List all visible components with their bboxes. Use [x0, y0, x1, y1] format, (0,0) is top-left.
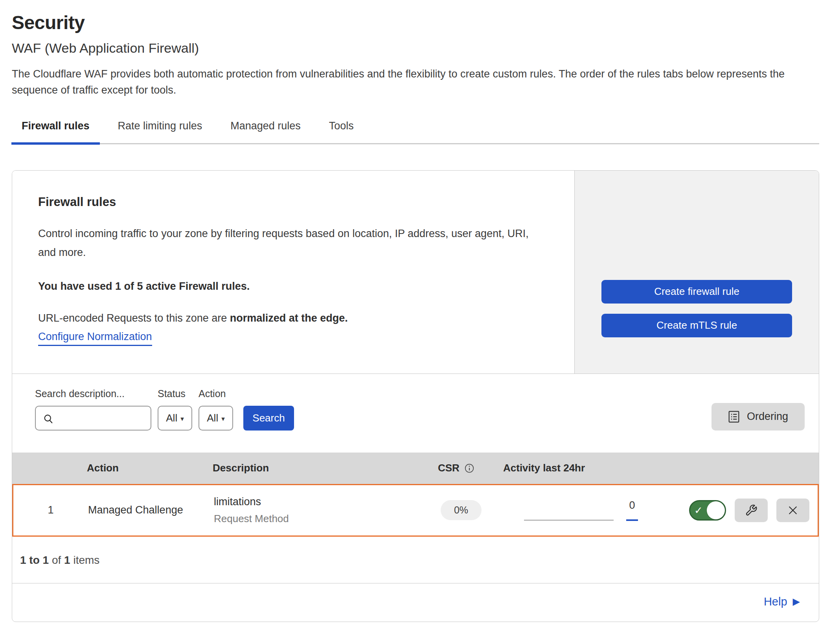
- ordering-button-label: Ordering: [747, 410, 788, 423]
- help-arrow-icon: ▶: [793, 597, 800, 606]
- pagination-summary: 1 to 1 of 1 items: [12, 537, 819, 583]
- waf-tabs: Firewall rules Rate limiting rules Manag…: [12, 118, 819, 144]
- rule-enabled-toggle[interactable]: ✓: [689, 500, 726, 521]
- header-action: Action: [87, 462, 213, 474]
- usage-text: You have used 1 of 5 active Firewall rul…: [38, 280, 547, 293]
- pagination-items: items: [70, 554, 100, 566]
- page-subtitle: WAF (Web Application Firewall): [12, 40, 819, 56]
- normalization-text: URL-encoded Requests to this zone are no…: [38, 312, 547, 324]
- pagination-of: of: [49, 554, 64, 566]
- header-csr-label: CSR: [438, 462, 460, 474]
- tab-rate-limiting-rules[interactable]: Rate limiting rules: [108, 118, 213, 143]
- tab-tools[interactable]: Tools: [319, 118, 364, 143]
- activity-sparkline: [524, 520, 614, 521]
- create-mtls-rule-button[interactable]: Create mTLS rule: [601, 314, 792, 337]
- rule-csr-cell: 0%: [428, 500, 494, 520]
- pagination-range: 1 to 1: [20, 554, 49, 566]
- edit-rule-button[interactable]: [735, 499, 768, 522]
- security-waf-page: Security WAF (Web Application Firewall) …: [0, 0, 831, 640]
- delete-rule-button[interactable]: [776, 499, 809, 522]
- firewall-rules-card: Firewall rules Control incoming traffic …: [12, 170, 819, 622]
- status-label: Status: [158, 388, 192, 399]
- search-filter-group: Search description...: [35, 388, 151, 431]
- ordering-list-icon: [728, 410, 740, 423]
- rule-action: Managed Challenge: [88, 504, 214, 516]
- tab-managed-rules[interactable]: Managed rules: [220, 118, 311, 143]
- csr-badge: 0%: [441, 500, 482, 520]
- rule-priority: 1: [13, 504, 88, 516]
- toggle-knob: [707, 501, 725, 519]
- search-box: [35, 406, 151, 431]
- rule-activity-cell: 0: [494, 485, 687, 535]
- overview-content: Firewall rules Control incoming traffic …: [12, 171, 574, 374]
- status-filter-group: Status All ▾: [158, 388, 192, 431]
- help-row: Help ▶: [12, 583, 819, 622]
- filter-bar: Search description... Status All ▾ Actio…: [12, 374, 819, 453]
- wrench-icon: [745, 504, 757, 517]
- help-link[interactable]: Help ▶: [764, 595, 800, 608]
- normalization-bold: normalized at the edge.: [230, 312, 348, 324]
- page-title: Security: [12, 12, 819, 33]
- firewall-rule-row: 1 Managed Challenge limitations Request …: [12, 484, 819, 537]
- create-firewall-rule-button[interactable]: Create firewall rule: [601, 280, 792, 304]
- tab-firewall-rules[interactable]: Firewall rules: [11, 118, 100, 145]
- chevron-down-icon: ▾: [180, 413, 184, 423]
- normalization-prefix: URL-encoded Requests to this zone are: [38, 312, 230, 324]
- rule-controls: ✓: [687, 499, 818, 522]
- pagination-total: 1: [64, 554, 70, 566]
- overview-heading: Firewall rules: [38, 195, 547, 209]
- chevron-down-icon: ▾: [221, 413, 225, 423]
- ordering-button[interactable]: Ordering: [711, 403, 805, 431]
- search-label: Search description...: [35, 388, 151, 399]
- status-select[interactable]: All ▾: [158, 406, 192, 431]
- action-filter-group: Action All ▾: [199, 388, 233, 431]
- action-select[interactable]: All ▾: [199, 406, 233, 431]
- status-select-value: All: [166, 412, 177, 424]
- header-activity: Activity last 24hr: [493, 462, 686, 474]
- header-description: Description: [213, 462, 427, 474]
- overview-section: Firewall rules Control incoming traffic …: [12, 171, 819, 374]
- search-icon: [43, 413, 54, 424]
- rule-description: limitations: [214, 496, 428, 508]
- check-icon: ✓: [694, 505, 703, 515]
- activity-count-link[interactable]: 0: [626, 499, 638, 521]
- info-icon[interactable]: [464, 463, 474, 473]
- action-select-value: All: [207, 412, 218, 424]
- activity-count-underline: [626, 519, 638, 521]
- table-header: Action Description CSR Activity last 24h…: [12, 453, 819, 484]
- configure-normalization-link[interactable]: Configure Normalization: [38, 331, 152, 346]
- page-description: The Cloudflare WAF provides both automat…: [12, 66, 819, 98]
- rule-expression: Request Method: [214, 513, 428, 525]
- activity-count-value: 0: [629, 499, 635, 512]
- header-csr: CSR: [427, 462, 493, 474]
- overview-description: Control incoming traffic to your zone by…: [38, 224, 547, 262]
- help-label: Help: [764, 595, 787, 608]
- action-label: Action: [199, 388, 233, 399]
- rule-description-cell: limitations Request Method: [214, 496, 428, 525]
- actions-panel: Create firewall rule Create mTLS rule: [574, 171, 819, 374]
- search-button[interactable]: Search: [243, 406, 294, 431]
- close-icon: [787, 504, 799, 516]
